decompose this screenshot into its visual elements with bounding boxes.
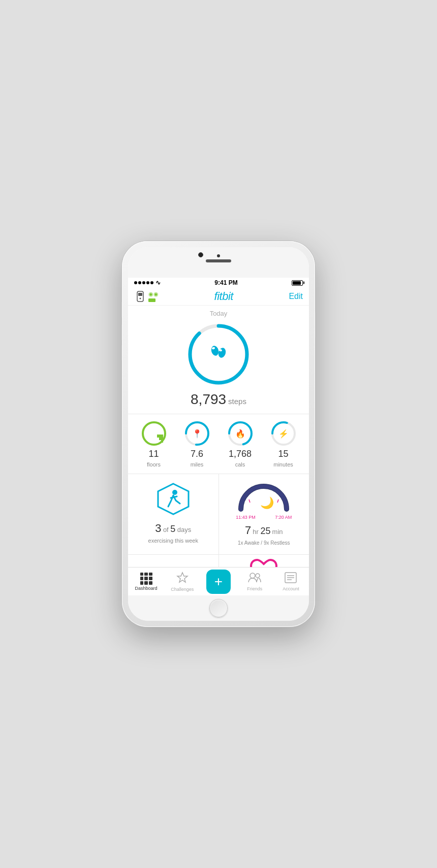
tab-dashboard[interactable]: Dashboard (128, 571, 164, 593)
app-header: ◉◉ fitbit Edit (128, 288, 309, 306)
tab-friends[interactable]: Friends (237, 570, 273, 593)
sleep-text: 7 hr 25 min 1x Awake / 9x Restless (238, 522, 290, 547)
battery-fill (293, 281, 301, 285)
stat-cals[interactable]: 🔥 1,768 cals (227, 420, 254, 468)
dashboard-icon (140, 573, 152, 585)
svg-marker-20 (158, 484, 189, 514)
stat-miles[interactable]: 📍 7.6 miles (184, 420, 210, 468)
stats-row: 11 floors 📍 7.6 miles (128, 414, 309, 474)
signal-dot-2 (138, 281, 141, 284)
heartrate-right (219, 555, 309, 567)
minutes-circle: ⚡ (270, 420, 297, 447)
tab-bar: Dashboard Challenges + (128, 567, 309, 595)
svg-point-5 (210, 345, 220, 357)
challenges-label: Challenges (171, 587, 194, 592)
svg-line-23 (277, 499, 278, 503)
device-battery (148, 298, 155, 302)
signal-dot-3 (142, 281, 145, 284)
status-right (292, 280, 303, 286)
minutes-value: 15 (278, 449, 288, 459)
exercise-current: 3 (155, 522, 161, 535)
sleep-start-time: 11:43 PM (236, 515, 256, 520)
exercise-goal: 5 (170, 524, 175, 534)
signal-bars (134, 281, 153, 284)
device-info: ◉◉ (134, 290, 159, 303)
exercise-days-label: days (177, 526, 191, 533)
steps-count: 8,793 (191, 391, 226, 408)
top-bezel (128, 247, 309, 278)
front-camera (198, 252, 203, 257)
status-left: ∿ (134, 279, 161, 286)
today-section: Today (128, 306, 309, 414)
today-label: Today (210, 310, 228, 317)
stat-floors[interactable]: 11 floors (141, 420, 167, 468)
sleep-cell[interactable]: 🌙 11:43 PM 7:20 AM 7 hr 25 min (219, 474, 309, 554)
home-button[interactable] (209, 599, 228, 617)
sleep-times: 11:43 PM 7:20 AM (236, 515, 292, 520)
phone-frame: ∿ 9:41 PM ◉◉ (122, 241, 315, 627)
wifi-icon: ∿ (155, 279, 161, 286)
add-button[interactable]: + (206, 570, 231, 594)
steps-circle[interactable] (185, 321, 252, 387)
svg-point-26 (250, 573, 255, 578)
friends-icon (248, 572, 261, 585)
signal-dot-5 (150, 281, 153, 284)
friends-label: Friends (247, 586, 262, 591)
svg-rect-13 (157, 435, 163, 438)
status-time: 9:41 PM (214, 279, 237, 286)
miles-value: 7.6 (191, 449, 203, 459)
challenges-icon (176, 572, 189, 586)
minutes-icon: ⚡ (278, 429, 289, 439)
activity-badge-icon (155, 481, 191, 517)
miles-circle: 📍 (184, 420, 210, 447)
heartrate-left (128, 555, 219, 567)
app-title: fitbit (214, 290, 233, 303)
account-icon (285, 572, 297, 585)
activity-text: 3 of 5 days exercising this week (148, 521, 198, 545)
heart-icon (248, 559, 279, 567)
steps-unit: steps (228, 397, 246, 406)
activity-sleep-row: 3 of 5 days exercising this week (128, 474, 309, 555)
camera-dot (217, 254, 220, 257)
svg-point-6 (217, 347, 227, 359)
speaker (206, 259, 231, 262)
cals-circle: 🔥 (227, 420, 254, 447)
svg-point-27 (256, 574, 260, 578)
stat-minutes[interactable]: ⚡ 15 minutes (270, 420, 297, 468)
battery-icon (292, 280, 303, 286)
signal-dot-1 (134, 281, 137, 284)
tab-add[interactable]: + (200, 567, 236, 596)
minutes-label: minutes (273, 461, 293, 468)
sleep-hours: 7 (245, 524, 251, 537)
tab-challenges[interactable]: Challenges (164, 570, 200, 594)
cals-label: cals (235, 461, 245, 468)
sleep-end-time: 7:20 AM (275, 515, 292, 520)
phone-inner: ∿ 9:41 PM ◉◉ (128, 247, 309, 621)
fitbit-device-icon (134, 290, 146, 303)
status-bar: ∿ 9:41 PM (128, 278, 309, 288)
sleep-gauge-svg: 🌙 (236, 481, 292, 512)
tab-account[interactable]: Account (273, 570, 309, 593)
sync-icon: ◉◉ (148, 291, 159, 297)
heartrate-row[interactable] (128, 555, 309, 567)
floors-label: floors (147, 461, 161, 468)
sleep-detail: 1x Awake / 9x Restless (238, 540, 290, 546)
floors-value: 11 (148, 449, 159, 459)
edit-button[interactable]: Edit (289, 292, 303, 301)
miles-icon: 📍 (192, 429, 202, 439)
scroll-content[interactable]: Today (128, 306, 309, 567)
svg-marker-25 (177, 573, 188, 582)
floors-circle (141, 420, 167, 447)
exercise-sublabel: exercising this week (148, 538, 198, 544)
footsteps-icon (208, 342, 229, 367)
miles-label: miles (191, 461, 204, 468)
sleep-gauge: 🌙 (236, 481, 292, 512)
dashboard-label: Dashboard (135, 586, 158, 591)
cals-icon: 🔥 (235, 429, 245, 439)
account-label: Account (283, 586, 299, 591)
svg-rect-1 (138, 293, 142, 296)
activity-cell[interactable]: 3 of 5 days exercising this week (128, 474, 219, 554)
steps-display: 8,793 steps (191, 391, 246, 408)
svg-point-2 (140, 298, 141, 299)
screen: ∿ 9:41 PM ◉◉ (128, 278, 309, 595)
